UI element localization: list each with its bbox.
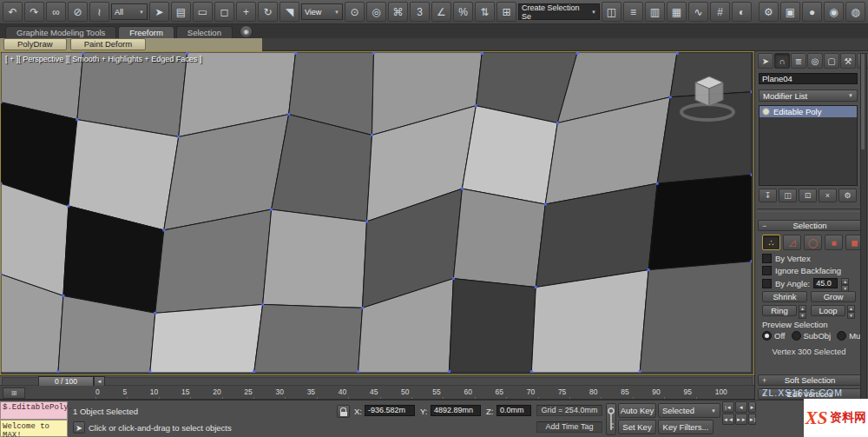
snaps-toggle-icon[interactable]: 3 (410, 2, 430, 22)
mesh-vertex[interactable] (365, 220, 368, 222)
display-tab-icon[interactable]: ▢ (824, 53, 839, 69)
track-bar-options-icon[interactable]: ⊞ (3, 387, 25, 399)
mesh-vertex[interactable] (448, 370, 450, 373)
viewcube-ring[interactable] (681, 104, 733, 120)
align-icon[interactable]: ≡ (623, 2, 643, 22)
mesh-face[interactable] (453, 189, 545, 287)
mesh-vertex[interactable] (648, 268, 650, 271)
modifier-visibility-icon[interactable] (762, 108, 770, 116)
frame-tick-30[interactable]: 30 (275, 387, 283, 396)
remove-modifier-icon[interactable]: × (819, 189, 837, 202)
mesh-vertex[interactable] (1, 101, 2, 103)
maxscript-macro-recorder[interactable]: $.EditablePoly. (0, 401, 68, 420)
ribbon-minimize-button[interactable]: ◉ (240, 25, 253, 38)
time-slider-groove[interactable] (2, 377, 753, 386)
preview-multi-radio[interactable] (837, 331, 846, 341)
play-button[interactable]: ► (748, 401, 757, 413)
ring-spinner[interactable]: ▲▼ (799, 305, 806, 315)
frame-tick-70[interactable]: 70 (527, 387, 535, 396)
render-production-icon[interactable]: ● (802, 2, 822, 22)
mesh-vertex[interactable] (751, 174, 752, 176)
mesh-face[interactable] (449, 279, 536, 373)
bind-to-space-warp-icon[interactable]: ≀ (89, 2, 109, 22)
polygon-mode-button[interactable]: ■ (825, 235, 843, 250)
angle-snap-icon[interactable]: ∠ (431, 2, 451, 22)
preview-subobj-radio[interactable] (792, 331, 801, 341)
viewport[interactable]: [ + ][ Perspective ][ Smooth + Highlight… (0, 51, 754, 375)
mesh-vertex[interactable] (154, 312, 156, 315)
modify-tab-icon[interactable]: ∩ (774, 53, 790, 69)
frame-tick-45[interactable]: 45 (370, 387, 378, 396)
spinner-up-icon[interactable]: ▲ (841, 278, 849, 285)
select-by-name-icon[interactable]: ▤ (171, 2, 191, 22)
by-angle-spinner[interactable]: ▲▼ (841, 278, 849, 288)
mesh-vertex[interactable] (287, 113, 290, 116)
mesh-vertex[interactable] (62, 295, 64, 297)
frame-tick-40[interactable]: 40 (339, 387, 346, 396)
spinner-up-icon[interactable]: ▲ (799, 305, 806, 312)
time-slider[interactable]: 0 / 100 ◄ (0, 375, 754, 386)
select-object-icon[interactable]: ➤ (149, 2, 169, 22)
key-filters-button[interactable]: Key Filters... (658, 420, 713, 434)
graphite-ribbon-toggle-icon[interactable]: ▦ (667, 2, 687, 22)
z-coordinate-field[interactable]: 0.0mm (496, 405, 531, 416)
mesh-face[interactable] (648, 175, 752, 269)
mesh-vertex[interactable] (535, 286, 537, 288)
utilities-tab-icon[interactable]: ⚒ (840, 53, 856, 69)
ribbon-tab-selection[interactable]: Selection (176, 26, 233, 38)
ribbon-tab-freeform[interactable]: Freeform (118, 26, 174, 38)
mesh-vertex[interactable] (67, 205, 69, 208)
select-and-manipulate-icon[interactable]: ◎ (366, 2, 386, 22)
scrollbar-thumb[interactable] (861, 54, 865, 149)
mesh-vertex[interactable] (544, 203, 547, 206)
pin-stack-icon[interactable]: ↧ (759, 189, 777, 202)
layer-manager-icon[interactable]: ▥ (645, 2, 665, 22)
mesh-vertex[interactable] (294, 52, 297, 55)
by-angle-checkbox[interactable] (762, 279, 772, 288)
mesh-vertex[interactable] (639, 370, 641, 373)
frame-tick-15[interactable]: 15 (181, 387, 189, 396)
mesh-face[interactable] (150, 304, 263, 373)
go-to-start-button[interactable]: |◄ (722, 401, 734, 413)
named-selection-set-combo[interactable]: Create Selection Se▼ (518, 3, 600, 20)
selected-set-dropdown[interactable]: Selected ▼ (658, 403, 720, 418)
mesh-face[interactable] (531, 270, 648, 373)
mesh-vertex[interactable] (148, 370, 151, 373)
mesh-face[interactable] (640, 262, 752, 373)
previous-frame-button[interactable]: ◄ (735, 401, 747, 413)
mesh-vertex[interactable] (530, 370, 533, 373)
frame-tick-0[interactable]: 0 (95, 387, 100, 396)
curve-editor-icon[interactable]: ∿ (688, 2, 708, 22)
mesh-vertex[interactable] (371, 134, 373, 136)
selection-lock-button[interactable] (337, 405, 350, 418)
maxscript-listener[interactable]: Welcome to MAX! (0, 420, 68, 437)
ribbon-tab-graphite-modeling-tools[interactable]: Graphite Modeling Tools (5, 26, 116, 38)
select-and-scale-icon[interactable]: ◥ (279, 2, 299, 22)
create-tab-icon[interactable]: ➤ (758, 53, 773, 69)
select-and-rotate-icon[interactable]: ↻ (258, 2, 278, 22)
mesh-vertex[interactable] (1, 182, 2, 185)
panel-scrollbar[interactable] (860, 53, 867, 435)
undo-icon[interactable]: ↶ (3, 2, 23, 22)
modifier-stack[interactable]: Editable Poly (759, 105, 858, 186)
use-pivot-center-icon[interactable]: ⊙ (345, 2, 365, 22)
subtab-polydraw[interactable]: PolyDraw (3, 38, 67, 50)
mesh-vertex[interactable] (361, 307, 364, 309)
configure-modifier-sets-icon[interactable]: ⚙ (838, 189, 857, 202)
mesh-vertex[interactable] (357, 370, 359, 373)
spinner-snap-icon[interactable]: ⇅ (475, 2, 495, 22)
by-vertex-checkbox[interactable] (762, 254, 772, 263)
shrink-button[interactable]: Shrink (762, 291, 807, 302)
previous-key-button[interactable]: ◄◄ (722, 414, 734, 425)
material-editor-icon[interactable]: ◐ (732, 2, 752, 22)
stack-item-editable-poly[interactable]: Editable Poly (760, 106, 857, 117)
render-iterative-icon[interactable]: ◉ (824, 2, 844, 22)
frame-tick-5[interactable]: 5 (122, 387, 127, 396)
viewcube[interactable] (675, 70, 738, 129)
next-key-button[interactable]: ►► (735, 414, 747, 425)
preview-off-radio[interactable] (762, 331, 772, 341)
edge-mode-button[interactable]: ◿ (783, 235, 801, 250)
mesh-vertex[interactable] (253, 370, 255, 373)
schematic-view-icon[interactable]: # (710, 2, 730, 22)
frame-tick-25[interactable]: 25 (244, 387, 252, 396)
